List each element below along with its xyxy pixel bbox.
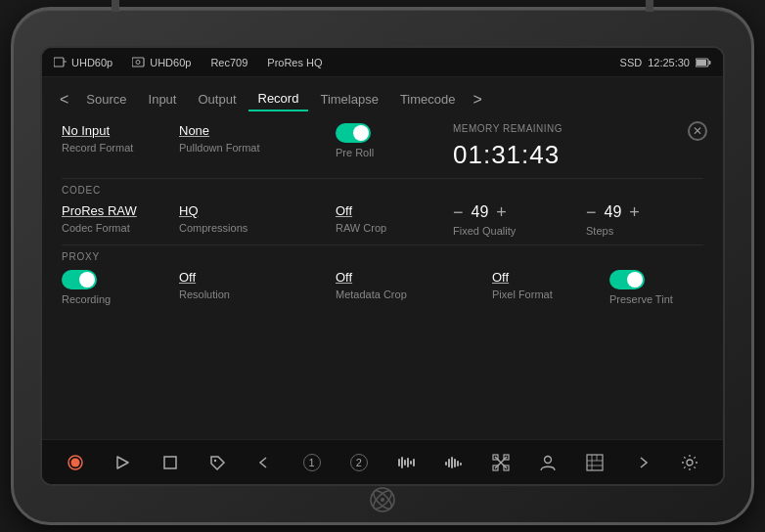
preserve-toggle[interactable]	[609, 270, 645, 289]
svg-point-3	[136, 60, 140, 64]
record-format-value[interactable]: No Input	[62, 123, 163, 138]
quality-stepper: − 49 +	[453, 203, 570, 221]
quality-increment[interactable]: +	[496, 203, 507, 221]
memory-time: 01:31:43	[453, 140, 703, 170]
quality-value: 49	[472, 203, 489, 221]
svg-rect-13	[401, 457, 403, 468]
loop1-button[interactable]: 1	[298, 449, 326, 476]
resolution-cell: Off Resolution	[171, 264, 328, 311]
pixel-value[interactable]: Off	[492, 270, 594, 285]
storage-status: SSD 12:25:30	[620, 57, 711, 68]
resolution-label: Resolution	[179, 288, 320, 300]
codec-value: ProRes HQ	[267, 57, 322, 68]
close-button[interactable]: ✕	[688, 121, 707, 141]
svg-rect-18	[445, 462, 447, 466]
tab-source[interactable]: Source	[76, 88, 136, 111]
memory-section: MEMORY REMAINING 01:31:43 ✕	[445, 117, 711, 176]
metadata-label: Metadata Crop	[336, 288, 476, 300]
stop-icon	[161, 454, 179, 471]
main-content: < Source Input Output Record Timelapse T…	[42, 77, 723, 439]
tag-button[interactable]	[203, 449, 231, 476]
colorspace-status: Rec709	[210, 57, 248, 68]
play-icon	[113, 454, 131, 471]
compression-cell: HQ Compressions	[171, 198, 328, 243]
codec-section-header: CODEC	[54, 181, 711, 198]
preroll-toggle[interactable]	[336, 123, 371, 143]
more-button[interactable]	[629, 449, 656, 476]
user-button[interactable]	[534, 449, 562, 476]
codec-format-value[interactable]: ProRes RAW	[62, 203, 163, 218]
svg-rect-12	[398, 459, 400, 466]
recording-label: Recording	[62, 293, 163, 305]
focus-button[interactable]	[487, 449, 515, 476]
waveform-icon	[397, 454, 415, 471]
record-row1: No Input Record Format None Pulldown For…	[54, 117, 711, 176]
svg-rect-15	[407, 458, 409, 467]
steps-decrement[interactable]: −	[586, 203, 597, 221]
quality-decrement[interactable]: −	[453, 203, 464, 221]
pulldown-label: Pulldown Format	[179, 142, 320, 154]
tab-output[interactable]: Output	[188, 88, 246, 111]
tab-timecode[interactable]: Timecode	[390, 88, 466, 111]
codec-row: ProRes RAW Codec Format HQ Compressions …	[54, 198, 711, 243]
svg-rect-0	[54, 58, 64, 66]
codec-format-cell: ProRes RAW Codec Format	[54, 198, 171, 243]
compression-label: Compressions	[179, 222, 320, 234]
loop2-button[interactable]: 2	[345, 449, 373, 476]
codec-format-label: Codec Format	[62, 222, 163, 234]
rawcrop-label: RAW Crop	[336, 222, 437, 234]
tab-record[interactable]: Record	[248, 87, 309, 111]
colorspace-value: Rec709	[210, 57, 248, 68]
tab-input[interactable]: Input	[139, 88, 187, 111]
preroll-label: Pre Roll	[336, 147, 437, 158]
quality-label: Fixed Quality	[453, 225, 570, 237]
rawcrop-value[interactable]: Off	[336, 203, 437, 218]
output-icon	[132, 57, 146, 68]
prev-icon	[255, 454, 273, 471]
svg-point-40	[381, 498, 384, 502]
stop-button[interactable]	[157, 449, 184, 476]
atomos-logo	[368, 485, 397, 514]
svg-point-36	[687, 460, 693, 466]
steps-value: 49	[605, 203, 622, 221]
pulldown-cell: None Pulldown Format	[171, 117, 328, 176]
preserve-cell: Preserve Tint	[602, 264, 711, 311]
more-icon	[634, 454, 652, 471]
play-button[interactable]	[109, 449, 136, 476]
quality-cell: − 49 + Fixed Quality	[445, 198, 578, 243]
storage-label: SSD	[620, 57, 643, 68]
svg-rect-16	[410, 461, 412, 465]
record-format-cell: No Input Record Format	[54, 117, 171, 176]
device-body: UHD60p UHD60p Rec709 ProRes HQ SSD 12:25…	[11, 7, 754, 525]
pulldown-value[interactable]: None	[179, 123, 320, 138]
svg-rect-17	[413, 459, 415, 466]
input2-value: UHD60p	[150, 57, 191, 68]
record-format-label: Record Format	[62, 142, 163, 154]
steps-increment[interactable]: +	[629, 203, 640, 221]
antenna-left	[112, 0, 119, 12]
compression-value[interactable]: HQ	[179, 203, 320, 218]
svg-rect-22	[457, 461, 459, 466]
input-icon	[54, 57, 68, 68]
pattern-button[interactable]	[581, 449, 608, 476]
tab-timelapse[interactable]: Timelapse	[310, 88, 387, 111]
svg-rect-10	[164, 457, 176, 468]
svg-point-30	[544, 456, 551, 463]
tab-prev-arrow[interactable]: <	[54, 91, 74, 109]
settings-button[interactable]	[676, 449, 703, 476]
prev-button[interactable]	[250, 449, 278, 476]
svg-rect-19	[448, 459, 450, 467]
svg-point-8	[71, 458, 80, 466]
input1-status: UHD60p	[54, 57, 112, 68]
preserve-label: Preserve Tint	[609, 293, 703, 305]
metadata-value[interactable]: Off	[336, 270, 476, 285]
steps-label: Steps	[586, 225, 703, 237]
tab-next-arrow[interactable]: >	[468, 91, 488, 109]
record-button[interactable]	[62, 449, 89, 476]
audio-button[interactable]	[439, 449, 467, 476]
pattern-icon	[586, 454, 604, 471]
waveform-button[interactable]	[392, 449, 420, 476]
resolution-value[interactable]: Off	[179, 270, 320, 285]
codec-status: ProRes HQ	[267, 57, 322, 68]
recording-toggle[interactable]	[62, 270, 97, 289]
